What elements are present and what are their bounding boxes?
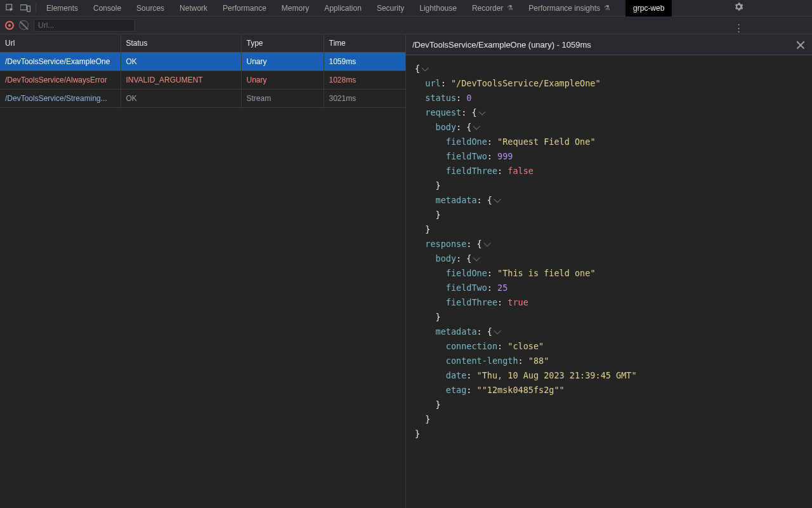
tabbar-right: 1 ⋮ (672, 0, 812, 34)
divider (36, 3, 36, 13)
detail-title: /DevToolsService/ExampleOne (unary) - 10… (412, 40, 591, 50)
flask-icon: ⚗ (604, 4, 610, 12)
tab-application[interactable]: Application (324, 4, 362, 13)
close-icon[interactable] (796, 39, 806, 50)
svg-rect-2 (27, 6, 30, 11)
table-row[interactable]: /DevToolsService/AlwaysErrorINVALID_ARGU… (0, 71, 405, 90)
more-icon[interactable]: ⋮ (734, 22, 743, 34)
request-table: Url Status Type Time /DevToolsService/Ex… (0, 34, 405, 108)
cell-time: 1059ms (324, 53, 405, 71)
tab-lighthouse[interactable]: Lighthouse (419, 4, 457, 13)
cell-status: OK (121, 90, 241, 108)
tab-sources[interactable]: Sources (136, 4, 164, 13)
table-row[interactable]: /DevToolsService/ExampleOneOKUnary1059ms (0, 53, 405, 71)
panel-tabs: Elements Console Sources Network Perform… (46, 0, 672, 17)
cell-url: /DevToolsService/ExampleOne (0, 53, 121, 71)
inspect-icon[interactable] (4, 2, 16, 15)
cell-status: OK (121, 53, 241, 71)
detail-panel: /DevToolsService/ExampleOne (unary) - 10… (406, 34, 812, 508)
col-time[interactable]: Time (324, 34, 405, 53)
cell-time: 1028ms (324, 71, 405, 90)
device-toolbar-icon[interactable] (19, 2, 32, 15)
tab-security[interactable]: Security (377, 4, 404, 13)
cell-type: Stream (241, 90, 324, 108)
clear-icon[interactable] (19, 20, 29, 30)
col-status[interactable]: Status (121, 34, 241, 53)
tab-performance[interactable]: Performance (223, 4, 266, 13)
json-viewer[interactable]: { url: "/DevToolsService/ExampleOne" sta… (406, 55, 812, 508)
flask-icon: ⚗ (507, 4, 513, 12)
main-split: Url Status Type Time /DevToolsService/Ex… (0, 34, 812, 508)
col-type[interactable]: Type (241, 34, 324, 53)
tab-grpc-web[interactable]: grpc-web (625, 0, 672, 17)
cell-url: /DevToolsService/AlwaysError (0, 71, 121, 90)
tab-memory[interactable]: Memory (282, 4, 309, 13)
tab-console[interactable]: Console (93, 4, 121, 13)
cell-url: /DevToolsService/Streaming... (0, 90, 121, 108)
tab-network[interactable]: Network (180, 4, 207, 13)
cell-time: 3021ms (324, 90, 405, 108)
cell-type: Unary (241, 53, 324, 71)
svg-rect-1 (20, 4, 27, 10)
request-table-panel: Url Status Type Time /DevToolsService/Ex… (0, 34, 406, 508)
url-filter-input[interactable] (34, 19, 135, 32)
settings-icon[interactable] (734, 2, 743, 13)
devtools-tabbar: Elements Console Sources Network Perform… (0, 0, 812, 17)
tab-perf-insights[interactable]: Performance insights⚗ (528, 4, 610, 13)
tab-elements[interactable]: Elements (46, 4, 78, 13)
cell-status: INVALID_ARGUMENT (121, 71, 241, 90)
tab-recorder[interactable]: Recorder⚗ (472, 4, 513, 13)
record-icon[interactable] (5, 21, 14, 30)
cell-type: Unary (241, 71, 324, 90)
col-url[interactable]: Url (0, 34, 121, 53)
table-row[interactable]: /DevToolsService/Streaming...OKStream302… (0, 90, 405, 108)
detail-header: /DevToolsService/ExampleOne (unary) - 10… (406, 34, 812, 55)
